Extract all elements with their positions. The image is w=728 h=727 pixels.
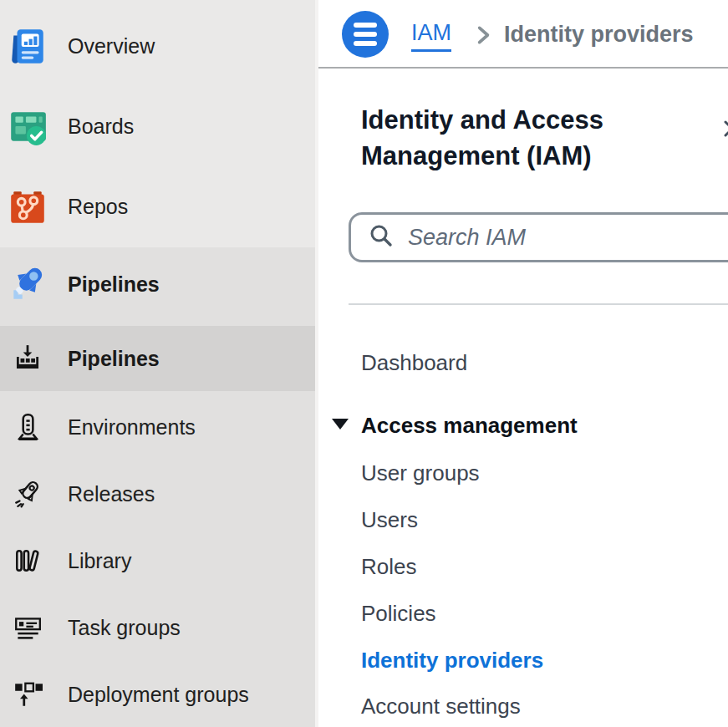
library-icon	[0, 546, 55, 576]
search-icon	[368, 222, 395, 252]
sidebar-item-label: Pipelines	[68, 272, 160, 297]
task-groups-icon	[0, 613, 55, 643]
releases-icon	[0, 479, 55, 509]
hamburger-menu-button[interactable]	[342, 11, 389, 58]
sidebar-item-deployment-groups[interactable]: Deployment groups	[0, 662, 316, 727]
sidebar-item-repos[interactable]: Repos	[0, 175, 316, 237]
hamburger-menu-icon	[354, 23, 377, 28]
divider	[349, 303, 728, 305]
deployment-groups-icon	[0, 679, 55, 709]
nav-item-user-groups[interactable]: User groups	[361, 460, 480, 486]
boards-icon	[0, 105, 55, 147]
sidebar-item-pipelines[interactable]: Pipelines	[0, 327, 316, 390]
nav-item-identity-providers[interactable]: Identity providers	[361, 648, 543, 673]
sidebar-item-environments[interactable]: Environments	[0, 394, 316, 460]
sidebar-item-label: Pipelines	[68, 347, 160, 371]
sidebar: Overview Boards	[0, 0, 318, 727]
sidebar-item-label: Deployment groups	[68, 683, 249, 707]
chevron-right-icon	[472, 23, 494, 50]
breadcrumb-iam-link[interactable]: IAM	[411, 20, 451, 52]
sidebar-item-label: Overview	[68, 34, 155, 58]
pipelines-hub-icon	[0, 263, 55, 305]
sidebar-item-label: Releases	[68, 482, 155, 506]
close-icon[interactable]	[723, 119, 728, 141]
nav-section-access-management[interactable]: Access management	[361, 413, 578, 438]
sidebar-item-label: Repos	[68, 195, 128, 219]
sidebar-item-releases[interactable]: Releases	[0, 461, 316, 526]
page-title: Identity and Access Management (IAM)	[361, 102, 662, 174]
sidebar-item-overview[interactable]: Overview	[0, 15, 316, 77]
triangle-down-icon[interactable]	[332, 419, 349, 430]
nav-item-dashboard[interactable]: Dashboard	[361, 350, 467, 375]
sidebar-item-boards[interactable]: Boards	[0, 95, 316, 157]
breadcrumb-current: Identity providers	[504, 22, 694, 48]
iam-panel-header: IAM Identity providers	[318, 0, 728, 69]
search-input[interactable]: Search IAM	[349, 212, 728, 262]
sidebar-item-pipelines-hub[interactable]: Pipelines	[0, 252, 316, 316]
pipelines-icon	[0, 343, 55, 374]
environments-icon	[0, 412, 55, 442]
nav-item-users[interactable]: Users	[361, 507, 418, 532]
overview-icon	[0, 25, 55, 67]
sidebar-item-library[interactable]: Library	[0, 528, 316, 593]
iam-panel: IAM Identity providers Identity and Acce…	[318, 0, 728, 727]
sidebar-item-task-groups[interactable]: Task groups	[0, 595, 316, 660]
search-placeholder: Search IAM	[408, 225, 526, 251]
sidebar-item-label: Environments	[68, 415, 196, 440]
nav-item-roles[interactable]: Roles	[361, 554, 416, 579]
repos-icon	[0, 186, 55, 227]
nav-item-policies[interactable]: Policies	[361, 601, 436, 626]
sidebar-item-label: Library	[68, 549, 131, 573]
nav-item-account-settings[interactable]: Account settings	[361, 694, 521, 719]
sidebar-item-label: Boards	[68, 114, 134, 139]
sidebar-item-label: Task groups	[68, 616, 181, 640]
